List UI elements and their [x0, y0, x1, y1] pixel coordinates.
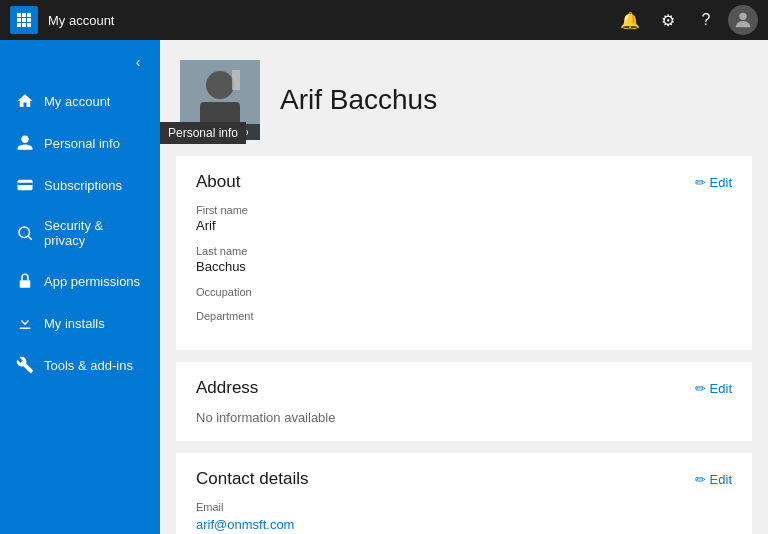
svg-rect-1: [22, 13, 26, 17]
last-name-field: Last name Bacchus: [196, 245, 732, 274]
svg-point-12: [19, 227, 30, 238]
sidebar-item-security-privacy[interactable]: Security & privacy: [0, 206, 160, 260]
home-icon: [16, 92, 34, 110]
email-label: Email: [196, 501, 732, 513]
svg-rect-18: [232, 70, 240, 90]
first-name-field: First name Arif: [196, 204, 732, 233]
department-field: Department: [196, 310, 732, 322]
address-edit-pencil-icon: ✏: [695, 381, 706, 396]
about-header: About ✏ Edit: [196, 172, 732, 192]
svg-rect-6: [17, 23, 21, 27]
about-section: About ✏ Edit First name Arif Last name B…: [176, 156, 752, 350]
svg-rect-8: [27, 23, 31, 27]
sidebar-collapse-button[interactable]: ‹: [126, 50, 150, 74]
sidebar-label-tools-addins: Tools & add-ins: [44, 358, 133, 373]
main-layout: ‹ My account Personal info Personal info: [0, 40, 768, 534]
occupation-field: Occupation: [196, 286, 732, 298]
svg-point-16: [206, 71, 234, 99]
sidebar-item-subscriptions[interactable]: Subscriptions: [0, 164, 160, 206]
svg-rect-14: [20, 280, 31, 288]
last-name-label: Last name: [196, 245, 732, 257]
svg-rect-5: [27, 18, 31, 22]
contact-title: Contact details: [196, 469, 308, 489]
first-name-value: Arif: [196, 218, 732, 233]
sidebar-label-security-privacy: Security & privacy: [44, 218, 144, 248]
download-icon: [16, 314, 34, 332]
address-title: Address: [196, 378, 258, 398]
svg-rect-0: [17, 13, 21, 17]
contact-edit-label: Edit: [710, 472, 732, 487]
avatar[interactable]: [728, 5, 758, 35]
about-title: About: [196, 172, 240, 192]
address-header: Address ✏ Edit: [196, 378, 732, 398]
person-icon: [16, 134, 34, 152]
topbar-title: My account: [48, 13, 614, 28]
first-name-label: First name: [196, 204, 732, 216]
svg-rect-3: [17, 18, 21, 22]
sidebar-label-personal-info: Personal info: [44, 136, 120, 151]
sidebar-label-my-installs: My installs: [44, 316, 105, 331]
email-value[interactable]: arif@onmsft.com: [196, 517, 294, 532]
contact-section: Contact details ✏ Edit Email arif@onmsft…: [176, 453, 752, 534]
svg-rect-4: [22, 18, 26, 22]
sidebar-label-my-account: My account: [44, 94, 110, 109]
address-edit-button[interactable]: ✏ Edit: [695, 381, 732, 396]
profile-name: Arif Bacchus: [280, 84, 437, 116]
wrench-icon: [16, 356, 34, 374]
topbar: My account 🔔 ⚙ ?: [0, 0, 768, 40]
change-photo-button[interactable]: Change photo: [180, 124, 260, 140]
sidebar-item-tools-addins[interactable]: Tools & add-ins: [0, 344, 160, 386]
sidebar-label-subscriptions: Subscriptions: [44, 178, 122, 193]
grid-icon[interactable]: [10, 6, 38, 34]
card-icon: [16, 176, 34, 194]
sidebar-label-app-permissions: App permissions: [44, 274, 140, 289]
last-name-value: Bacchus: [196, 259, 732, 274]
contact-header: Contact details ✏ Edit: [196, 469, 732, 489]
svg-point-9: [739, 13, 746, 20]
contact-edit-button[interactable]: ✏ Edit: [695, 472, 732, 487]
svg-rect-7: [22, 23, 26, 27]
sidebar: ‹ My account Personal info Personal info: [0, 40, 160, 534]
address-section: Address ✏ Edit No information available: [176, 362, 752, 441]
contact-edit-pencil-icon: ✏: [695, 472, 706, 487]
settings-icon[interactable]: ⚙: [652, 4, 684, 36]
address-no-info: No information available: [196, 410, 732, 425]
profile-photo-container: Change photo: [180, 60, 260, 140]
profile-header: Change photo Arif Bacchus: [160, 40, 768, 156]
svg-line-13: [28, 236, 31, 239]
notifications-icon[interactable]: 🔔: [614, 4, 646, 36]
content-area: Change photo Arif Bacchus About ✏ Edit F…: [160, 40, 768, 534]
sidebar-nav: My account Personal info Personal info S…: [0, 80, 160, 386]
about-edit-button[interactable]: ✏ Edit: [695, 175, 732, 190]
sidebar-item-personal-info[interactable]: Personal info Personal info: [0, 122, 160, 164]
address-edit-label: Edit: [710, 381, 732, 396]
sidebar-item-app-permissions[interactable]: App permissions: [0, 260, 160, 302]
help-icon[interactable]: ?: [690, 4, 722, 36]
lock-icon: [16, 272, 34, 290]
svg-rect-11: [18, 183, 33, 185]
sidebar-item-my-installs[interactable]: My installs: [0, 302, 160, 344]
occupation-label: Occupation: [196, 286, 732, 298]
search-icon: [16, 224, 34, 242]
department-label: Department: [196, 310, 732, 322]
sidebar-item-my-account[interactable]: My account: [0, 80, 160, 122]
edit-pencil-icon: ✏: [695, 175, 706, 190]
email-field: Email arif@onmsft.com: [196, 501, 732, 533]
about-edit-label: Edit: [710, 175, 732, 190]
topbar-icons: 🔔 ⚙ ?: [614, 4, 758, 36]
svg-rect-2: [27, 13, 31, 17]
